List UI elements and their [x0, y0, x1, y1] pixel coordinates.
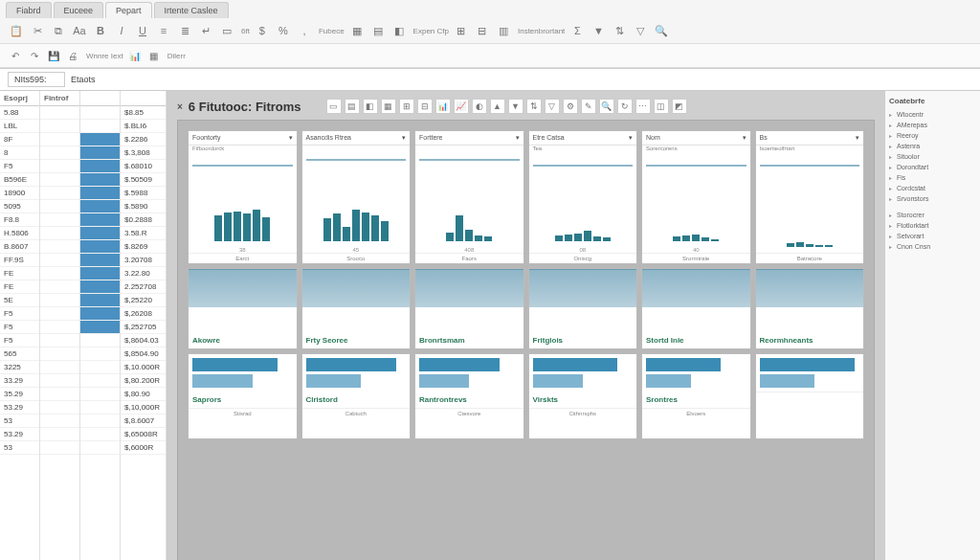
dash-tool-icon[interactable]: ⊞: [399, 99, 414, 114]
cell[interactable]: [40, 146, 79, 160]
table-icon[interactable]: ▤: [369, 22, 387, 39]
chart-tile[interactable]: SaprorsStisrad: [188, 353, 298, 439]
cell[interactable]: [80, 267, 120, 280]
right-panel-item[interactable]: Astenra: [889, 141, 976, 151]
cell[interactable]: 5E: [0, 294, 39, 307]
cell[interactable]: $,80.200R: [121, 374, 166, 388]
cell[interactable]: [80, 120, 120, 133]
dropdown-icon[interactable]: ▾: [743, 134, 746, 142]
right-panel-item[interactable]: Wtocentr: [889, 109, 976, 120]
align-center-icon[interactable]: ≣: [176, 22, 193, 39]
bold-icon[interactable]: B: [92, 22, 109, 39]
dash-tool-icon[interactable]: ◧: [363, 99, 378, 114]
cell[interactable]: [40, 267, 79, 280]
chart-tile[interactable]: ClristordCabtuch: [301, 353, 412, 439]
cell[interactable]: 3.22.80: [121, 267, 166, 280]
col-header[interactable]: Fintrof: [40, 91, 79, 106]
cell[interactable]: F5: [0, 160, 39, 173]
dropdown-icon[interactable]: ▾: [629, 134, 633, 142]
right-panel-item[interactable]: Sitoolor: [889, 151, 976, 162]
cell[interactable]: $.68010: [121, 160, 166, 173]
chart-tile[interactable]: Bronrtsmam: [414, 268, 524, 349]
dropdown-icon[interactable]: ▾: [856, 134, 859, 142]
cell[interactable]: 53: [0, 441, 39, 455]
cell[interactable]: [80, 321, 120, 334]
chart-tile[interactable]: Frty Seoree: [301, 268, 412, 349]
cell[interactable]: 33.29: [0, 374, 39, 388]
redo-icon[interactable]: ↷: [27, 48, 42, 63]
cell[interactable]: [40, 428, 79, 441]
cell[interactable]: F5: [0, 321, 39, 334]
close-icon[interactable]: ×: [177, 101, 183, 112]
save-icon[interactable]: 💾: [46, 48, 61, 63]
dash-tool-icon[interactable]: ◫: [654, 99, 669, 114]
cell[interactable]: [40, 307, 79, 321]
pivot-icon[interactable]: ▦: [146, 48, 162, 63]
dash-tool-icon[interactable]: ▲: [490, 99, 505, 114]
cell[interactable]: [80, 428, 120, 441]
chart-tile[interactable]: Bs▾IsoeriteolfrtartBatracore: [755, 130, 865, 264]
dash-tool-icon[interactable]: 📈: [454, 99, 469, 114]
cell[interactable]: [40, 401, 79, 414]
chart-tile[interactable]: Etre Catsa▾Tea08Oniscg: [528, 130, 638, 264]
col-header[interactable]: Esoprj: [0, 91, 39, 106]
cell[interactable]: [80, 160, 120, 173]
cell[interactable]: [80, 106, 120, 120]
right-panel-item[interactable]: Reeroy: [889, 130, 976, 141]
cell[interactable]: [80, 347, 120, 361]
cell[interactable]: FE: [0, 280, 39, 294]
cell[interactable]: 3.58.R: [121, 227, 166, 240]
dash-tool-icon[interactable]: ◩: [672, 99, 687, 114]
cell[interactable]: $,8.6007: [121, 414, 166, 428]
dash-tool-icon[interactable]: ▦: [381, 99, 396, 114]
cell[interactable]: $.8269: [121, 240, 166, 254]
cell[interactable]: 3.20708: [121, 254, 166, 267]
filter-icon[interactable]: ▽: [632, 22, 649, 39]
ribbon-tab[interactable]: Pepart: [105, 2, 152, 18]
ribbon-tab[interactable]: Irtente Caslee: [154, 2, 229, 18]
cell[interactable]: [40, 321, 79, 334]
chart-tile[interactable]: Forttere▾408Faors: [414, 130, 524, 264]
cell[interactable]: $,25220: [121, 294, 166, 307]
cell[interactable]: [40, 361, 79, 374]
format-cells-icon[interactable]: ▥: [495, 22, 512, 39]
conditional-icon[interactable]: ▦: [348, 22, 366, 39]
cell[interactable]: [40, 173, 79, 187]
cell[interactable]: [40, 294, 79, 307]
right-panel-item[interactable]: Ftotlorktart: [889, 220, 976, 231]
dash-tool-icon[interactable]: ↻: [617, 99, 633, 114]
dash-tool-icon[interactable]: ✎: [581, 99, 596, 114]
cell[interactable]: $,65008R: [121, 428, 166, 441]
cell[interactable]: [40, 200, 79, 213]
cell[interactable]: [80, 414, 120, 428]
cell[interactable]: [80, 334, 120, 347]
cell[interactable]: [40, 240, 79, 254]
cell[interactable]: $.50509: [121, 173, 166, 187]
sort-icon[interactable]: ⇅: [611, 22, 628, 39]
cell[interactable]: [40, 280, 79, 294]
chart-tile[interactable]: Foontorty▾Fifboordorck38Earct: [188, 130, 298, 264]
cell[interactable]: [40, 227, 79, 240]
cell[interactable]: [80, 200, 120, 213]
ribbon-tab[interactable]: Fiabrd: [6, 2, 52, 18]
dash-tool-icon[interactable]: ⋯: [635, 99, 651, 114]
cell[interactable]: [40, 187, 79, 200]
cell[interactable]: 3225: [0, 361, 39, 374]
right-panel-item[interactable]: Storocrer: [889, 210, 976, 220]
cell[interactable]: $,80.90: [121, 388, 166, 401]
cell[interactable]: [80, 133, 120, 146]
cell[interactable]: LBL: [0, 120, 39, 133]
dash-tool-icon[interactable]: 🔍: [599, 99, 614, 114]
paste-icon[interactable]: 📋: [8, 22, 25, 39]
dropdown-icon[interactable]: ▾: [516, 134, 520, 142]
cell[interactable]: $,10.000R: [121, 361, 166, 374]
cell[interactable]: [80, 280, 120, 294]
wrap-icon[interactable]: ↵: [197, 22, 214, 39]
cell[interactable]: FF.9S: [0, 254, 39, 267]
delete-icon[interactable]: ⊟: [474, 22, 491, 39]
chart-tile[interactable]: Akowre: [188, 268, 298, 349]
cell[interactable]: [80, 187, 120, 200]
cell[interactable]: [80, 401, 120, 414]
right-panel-item[interactable]: Setvorart: [889, 231, 976, 241]
cell[interactable]: [80, 173, 120, 187]
